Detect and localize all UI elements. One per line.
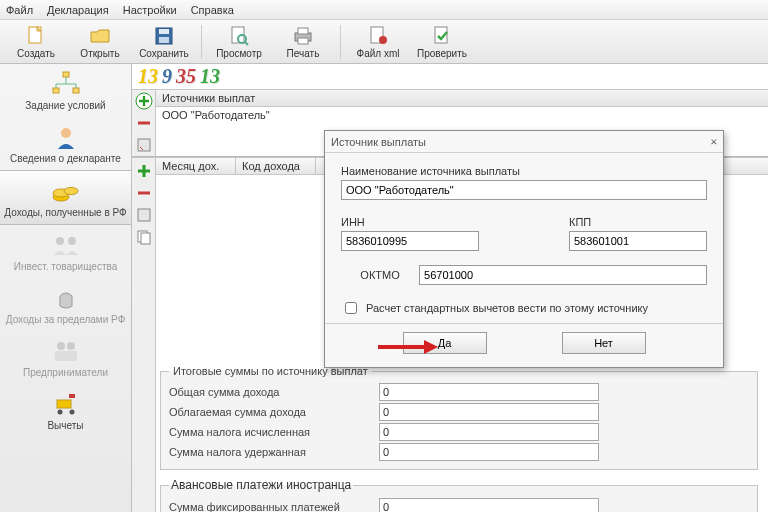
sources-item[interactable]: ООО "Работодатель" (156, 107, 768, 123)
svg-rect-8 (298, 28, 308, 34)
svg-point-23 (67, 342, 75, 350)
copy-icon (135, 228, 153, 246)
toolbar: Создать Открыть Сохранить Просмотр Печат… (0, 20, 768, 64)
group-icon (49, 231, 83, 259)
kpp-input[interactable] (569, 231, 707, 251)
svg-rect-33 (138, 209, 150, 221)
svg-point-20 (56, 237, 64, 245)
svg-rect-25 (57, 400, 71, 408)
svg-rect-2 (159, 29, 169, 34)
svg-line-6 (245, 42, 248, 45)
plus-icon (135, 162, 153, 180)
xml-button[interactable]: Файл xml (348, 25, 408, 59)
std-deduction-checkbox[interactable] (345, 302, 357, 314)
svg-point-19 (64, 187, 78, 194)
separator (340, 25, 341, 59)
svg-point-22 (57, 342, 65, 350)
dialog-buttons: Да Нет (325, 323, 723, 362)
sources-toolbar (132, 90, 156, 156)
sidebar-item-invest: Инвест. товарищества (0, 225, 131, 278)
svg-rect-24 (55, 351, 77, 361)
sidebar-item-income-rf[interactable]: Доходы, полученные в РФ (0, 170, 131, 225)
svg-point-26 (57, 410, 62, 415)
open-folder-icon (89, 25, 111, 47)
fixed-payments-field[interactable] (379, 498, 599, 512)
menu-settings[interactable]: Настройки (123, 4, 177, 16)
remove-source-button[interactable] (135, 114, 153, 132)
tax-calculated-field[interactable] (379, 423, 599, 441)
svg-rect-9 (298, 38, 308, 44)
svg-point-16 (61, 128, 71, 138)
svg-rect-14 (53, 88, 59, 93)
dialog-body: Наименование источника выплаты ИНН КПП О… (325, 153, 723, 323)
dialog-close-button[interactable]: ✕ (710, 135, 717, 148)
edit-icon (135, 206, 153, 224)
check-icon (431, 25, 453, 47)
total-income-field[interactable] (379, 383, 599, 401)
add-income-button[interactable] (135, 162, 153, 180)
person-icon (49, 123, 83, 151)
advance-legend: Авансовые платежи иностранца (169, 478, 353, 492)
income-toolbar (132, 158, 156, 512)
svg-rect-28 (69, 394, 75, 398)
minus-icon (135, 114, 153, 132)
no-button[interactable]: Нет (562, 332, 646, 354)
edit-source-button[interactable] (135, 136, 153, 154)
businessmen-icon (49, 337, 83, 365)
edit-icon (135, 136, 153, 154)
open-button[interactable]: Открыть (70, 25, 130, 59)
dialog-titlebar: Источник выплаты ✕ (325, 131, 723, 153)
sidebar-item-deductions[interactable]: Вычеты (0, 384, 131, 437)
preview-button[interactable]: Просмотр (209, 25, 269, 59)
add-source-button[interactable] (135, 92, 153, 110)
check-button[interactable]: Проверить (412, 25, 472, 59)
sources-header: Источники выплат (156, 90, 768, 107)
svg-rect-31 (138, 139, 150, 151)
remove-income-button[interactable] (135, 184, 153, 202)
preview-icon (228, 25, 250, 47)
xml-icon (367, 25, 389, 47)
sidebar-item-conditions[interactable]: Задание условий (0, 64, 131, 117)
cart-icon (49, 390, 83, 418)
save-icon (153, 25, 175, 47)
svg-point-21 (68, 237, 76, 245)
sidebar: Задание условий Сведения о декларанте До… (0, 64, 132, 512)
new-file-icon (25, 25, 47, 47)
inn-input[interactable] (341, 231, 479, 251)
svg-rect-15 (73, 88, 79, 93)
sidebar-item-entrep: Предприниматели (0, 331, 131, 384)
svg-point-11 (379, 36, 387, 44)
source-name-input[interactable] (341, 180, 707, 200)
copy-income-button[interactable] (135, 228, 153, 246)
print-button[interactable]: Печать (273, 25, 333, 59)
advance-fieldset: Авансовые платежи иностранца Сумма фикси… (160, 478, 758, 512)
svg-rect-30 (138, 122, 150, 125)
sidebar-item-declarant[interactable]: Сведения о декларанте (0, 117, 131, 170)
totals-fieldset: Итоговые суммы по источнику выплат Общая… (160, 365, 758, 470)
edit-income-button[interactable] (135, 206, 153, 224)
tax-withheld-field[interactable] (379, 443, 599, 461)
yes-button[interactable]: Да (403, 332, 487, 354)
taxable-income-field[interactable] (379, 403, 599, 421)
source-dialog: Источник выплаты ✕ Наименование источник… (324, 130, 724, 368)
menu-file[interactable]: Файл (6, 4, 33, 16)
print-icon (292, 25, 314, 47)
oktmo-input[interactable] (419, 265, 707, 285)
menu-help[interactable]: Справка (191, 4, 234, 16)
svg-rect-35 (141, 233, 150, 244)
separator (201, 25, 202, 59)
new-button[interactable]: Создать (6, 25, 66, 59)
tree-icon (49, 70, 83, 98)
svg-rect-13 (63, 72, 69, 77)
svg-rect-32 (138, 192, 150, 195)
form-number-bar: 13 9 35 13 (132, 64, 768, 90)
svg-rect-3 (159, 37, 169, 43)
menubar: Файл Декларация Настройки Справка (0, 0, 768, 20)
sidebar-item-foreign: Доходы за пределами РФ (0, 278, 131, 331)
menu-declaration[interactable]: Декларация (47, 4, 109, 16)
bag-icon (49, 284, 83, 312)
save-button[interactable]: Сохранить (134, 25, 194, 59)
plus-icon (135, 92, 153, 110)
svg-point-27 (69, 410, 74, 415)
minus-icon (135, 184, 153, 202)
